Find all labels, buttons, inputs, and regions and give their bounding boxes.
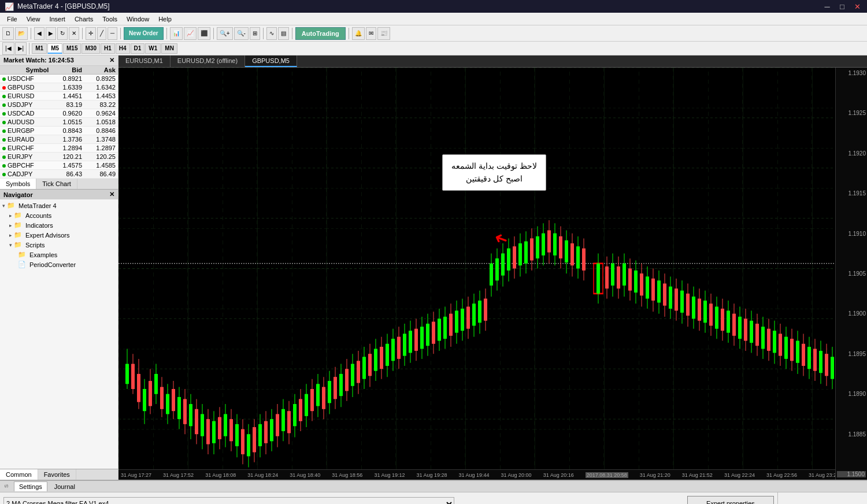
market-watch-row[interactable]: USDJPY 83.19 83.22 xyxy=(0,101,118,109)
svg-rect-208 xyxy=(675,288,678,310)
toolbar-stop[interactable]: ✕ xyxy=(69,27,79,40)
toolbar-forward[interactable]: ▶ xyxy=(46,27,56,40)
st-tab-settings[interactable]: Settings xyxy=(14,481,47,491)
nav-item-indicators[interactable]: ▸📁Indicators xyxy=(0,220,118,230)
svg-rect-165 xyxy=(542,234,545,255)
period-m30[interactable]: M30 xyxy=(81,43,99,54)
period-m5[interactable]: M5 xyxy=(47,43,62,54)
symbol-cell: EURUSD xyxy=(0,92,51,101)
chart-tab-eurusd-m2[interactable]: EURUSD,M2 (offline) xyxy=(171,55,245,67)
market-watch-close[interactable]: ✕ xyxy=(109,57,114,64)
navigator-close[interactable]: ✕ xyxy=(109,191,114,198)
new-order-button[interactable]: New Order xyxy=(124,27,164,40)
toolbar-crosshair[interactable]: ✛ xyxy=(86,27,96,40)
market-watch-row[interactable]: EURJPY 120.21 120.25 xyxy=(0,153,118,161)
expert-advisor-select[interactable]: 2 MA Crosses Mega filter EA V1.ex4 xyxy=(3,497,454,504)
menu-charts[interactable]: Charts xyxy=(70,14,98,24)
nav-item-metatrader-4[interactable]: ▾📁MetaTrader 4 xyxy=(0,201,118,210)
svg-rect-192 xyxy=(628,269,632,291)
market-watch-row[interactable]: EURGBP 0.8843 0.8846 xyxy=(0,127,118,135)
strategy-tester-header: S Settings Journal xyxy=(0,481,867,492)
market-watch-row[interactable]: EURUSD 1.4451 1.4453 xyxy=(0,92,118,101)
toolbar-alert[interactable]: 🔔 xyxy=(352,27,365,40)
market-watch-row[interactable]: GBPUSD 1.6339 1.6342 xyxy=(0,83,118,92)
toolbar-hline[interactable]: ─ xyxy=(108,27,117,40)
menu-file[interactable]: File xyxy=(2,14,22,24)
toolbar-mail[interactable]: ✉ xyxy=(366,27,376,40)
title-bar-left: 📈 MetaTrader 4 - [GBPUSD,M5] xyxy=(5,2,110,11)
svg-rect-163 xyxy=(536,236,539,258)
period-w1[interactable]: W1 xyxy=(145,43,161,54)
toolbar-new-file[interactable]: 🗋 xyxy=(2,27,14,40)
nav-item-periodconverter[interactable]: 📄PeriodConverter xyxy=(0,260,118,269)
autotrading-button[interactable]: AutoTrading xyxy=(295,27,346,40)
tab-symbols[interactable]: Symbols xyxy=(0,179,36,189)
toolbar-indicators[interactable]: ∿ xyxy=(266,27,277,40)
toolbar-chart-type3[interactable]: ⬛ xyxy=(198,27,210,40)
market-watch-row[interactable]: GBPCHF 1.4575 1.4585 xyxy=(0,161,118,170)
nav-item-examples[interactable]: 📁Examples xyxy=(0,250,118,260)
period-m15[interactable]: M15 xyxy=(63,43,81,54)
svg-rect-216 xyxy=(698,299,701,321)
svg-rect-258 xyxy=(819,351,822,373)
toolbar-open[interactable]: 📂 xyxy=(15,27,28,40)
st-content: 2 MA Crosses Mega filter EA V1.ex4 Exper… xyxy=(0,492,867,504)
menu-insert[interactable]: Insert xyxy=(45,14,70,24)
period-m1[interactable]: M1 xyxy=(32,43,47,54)
toolbar-line[interactable]: ╱ xyxy=(97,27,106,40)
maximize-button[interactable]: □ xyxy=(837,2,847,11)
market-watch-row[interactable]: CADJPY 86.43 86.49 xyxy=(0,170,118,179)
price-7: 1.1900 xyxy=(837,310,866,317)
nav-item-accounts[interactable]: ▸📁Accounts xyxy=(0,210,118,220)
toolbar-zoom-in[interactable]: 🔍+ xyxy=(217,27,233,40)
ask-cell: 0.8925 xyxy=(84,75,118,83)
toolbar-back[interactable]: ◀ xyxy=(34,27,45,40)
st-tab-journal[interactable]: Journal xyxy=(50,482,80,491)
toolbar-zoom-out[interactable]: 🔍- xyxy=(234,27,249,40)
market-watch-row[interactable]: EURAUD 1.3736 1.3748 xyxy=(0,135,118,144)
svg-rect-161 xyxy=(530,238,533,260)
symbol-cell: GBPCHF xyxy=(0,161,51,170)
menu-help[interactable]: Help xyxy=(154,14,176,24)
market-watch-row[interactable]: USDCAD 0.9620 0.9624 xyxy=(0,109,118,118)
svg-rect-240 xyxy=(767,329,770,351)
toolbar-scroll-left[interactable]: |◀ xyxy=(2,42,14,55)
market-watch-row[interactable]: EURCHF 1.2894 1.2897 xyxy=(0,144,118,153)
chart-tab-gbpusd-m5[interactable]: GBPUSD,M5 xyxy=(245,55,297,67)
market-watch-table: Symbol Bid Ask USDCHF 0.8921 0.8925 GBPU… xyxy=(0,66,118,179)
chart-tab-eurusd-m1[interactable]: EURUSD,M1 xyxy=(118,55,171,67)
toolbar-chart-type2[interactable]: 📈 xyxy=(184,27,197,40)
market-watch-row[interactable]: USDCHF 0.8921 0.8925 xyxy=(0,75,118,83)
period-h1[interactable]: H1 xyxy=(101,43,115,54)
tab-common[interactable]: Common xyxy=(0,469,38,480)
svg-rect-186 xyxy=(611,264,614,286)
svg-rect-75 xyxy=(281,409,285,431)
title-bar-controls[interactable]: ─ □ ✕ xyxy=(822,2,862,11)
nav-item-expert-advisors[interactable]: ▸📁Expert Advisors xyxy=(0,230,118,240)
time-14: 31 Aug 21:52 xyxy=(682,472,713,478)
menu-tools[interactable]: Tools xyxy=(98,14,122,24)
sep7 xyxy=(292,28,292,39)
market-watch-row[interactable]: AUDUSD 1.0515 1.0518 xyxy=(0,118,118,127)
bid-cell: 0.8921 xyxy=(51,75,84,83)
toolbar-refresh[interactable]: ↻ xyxy=(57,27,68,40)
nav-item-scripts[interactable]: ▾📁Scripts xyxy=(0,240,118,250)
toolbar-scroll-right[interactable]: ▶| xyxy=(15,42,27,55)
menu-view[interactable]: View xyxy=(22,14,45,24)
toolbar-chart-type1[interactable]: 📊 xyxy=(170,27,183,40)
tab-favorites[interactable]: Favorites xyxy=(38,469,76,480)
period-h4[interactable]: H4 xyxy=(116,43,130,54)
toolbar-news[interactable]: 📰 xyxy=(377,27,390,40)
minimize-button[interactable]: ─ xyxy=(822,2,832,11)
toolbar-fit-chart[interactable]: ⊞ xyxy=(250,27,260,40)
close-button[interactable]: ✕ xyxy=(852,2,862,11)
period-d1[interactable]: D1 xyxy=(131,43,145,54)
tab-tick-chart[interactable]: Tick Chart xyxy=(36,179,77,189)
chart-canvas[interactable]: GBPUSD,M5 1.1907 1.1908 1.1907 1.1908 xyxy=(118,68,867,480)
menu-window[interactable]: Window xyxy=(122,14,154,24)
toolbar-templates[interactable]: ▤ xyxy=(278,27,289,40)
ea-row-inner: 2 MA Crosses Mega filter EA V1.ex4 Exper… xyxy=(3,496,774,504)
svg-rect-91 xyxy=(328,381,331,403)
period-mn[interactable]: MN xyxy=(161,43,177,54)
expert-properties-btn[interactable]: Expert properties xyxy=(687,496,774,504)
